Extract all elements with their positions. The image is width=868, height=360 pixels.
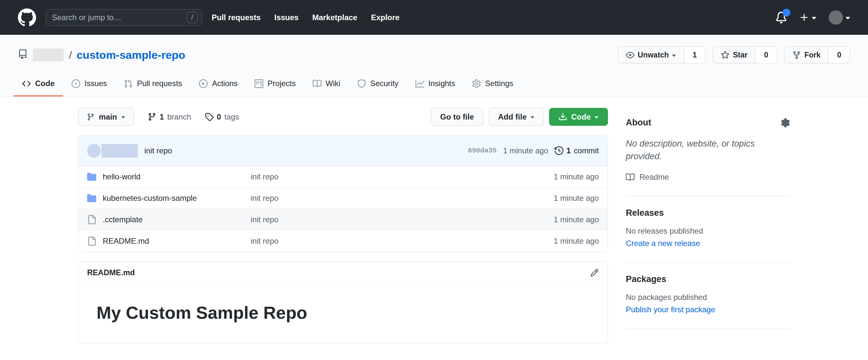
branches-link[interactable]: 1 branch	[148, 112, 191, 122]
repo-header-section: / custom-sample-repo Unwatch 1 Star	[0, 35, 868, 97]
eye-icon	[626, 51, 634, 60]
commit-author-avatar[interactable]	[87, 144, 101, 158]
file-name-link[interactable]: .cctemplate	[103, 215, 251, 224]
table-row[interactable]: README.md init repo 1 minute ago	[79, 230, 608, 252]
file-commit-time: 1 minute ago	[554, 194, 599, 203]
plus-icon	[799, 13, 809, 23]
chevron-down-icon	[812, 17, 816, 20]
tab-actions[interactable]: Actions	[190, 73, 246, 97]
book-icon	[313, 79, 321, 88]
tab-issues[interactable]: Issues	[63, 73, 116, 97]
divider	[626, 328, 790, 329]
readme-link[interactable]: Readme	[626, 172, 790, 182]
watch-count[interactable]: 1	[684, 46, 706, 63]
nav-marketplace[interactable]: Marketplace	[312, 13, 357, 22]
tab-insights[interactable]: Insights	[407, 73, 464, 97]
star-icon	[721, 51, 730, 60]
octocat-icon	[18, 8, 36, 27]
readme-section: README.md My Custom Sample Repo	[78, 262, 608, 344]
tab-pull-requests[interactable]: Pull requests	[116, 73, 190, 97]
releases-section: Releases No releases published Create a …	[626, 196, 790, 248]
tab-security[interactable]: Security	[349, 73, 407, 97]
repo-tabs: Code Issues Pull requests Actions Projec…	[0, 73, 868, 97]
file-commit-message[interactable]: init repo	[251, 172, 554, 181]
repo-icon	[18, 50, 28, 60]
create-new-button[interactable]	[799, 13, 816, 23]
tab-settings[interactable]: Settings	[464, 73, 522, 97]
file-icon	[87, 236, 96, 246]
gear-icon	[472, 79, 481, 88]
main-content: main 1 branch 0 tags Go to file Add file	[78, 97, 790, 344]
releases-title: Releases	[626, 208, 790, 218]
nav-issues[interactable]: Issues	[274, 13, 299, 22]
fork-button[interactable]: Fork	[784, 46, 829, 63]
create-release-link[interactable]: Create a new release	[626, 239, 700, 248]
add-file-button[interactable]: Add file	[489, 108, 544, 126]
file-name-link[interactable]: README.md	[103, 236, 251, 246]
commit-author-redacted[interactable]	[101, 144, 138, 158]
tab-wiki[interactable]: Wiki	[304, 73, 349, 97]
unwatch-button[interactable]: Unwatch	[618, 46, 684, 63]
star-count[interactable]: 0	[755, 46, 777, 63]
tab-projects[interactable]: Projects	[246, 73, 304, 97]
fork-count[interactable]: 0	[829, 46, 850, 63]
commit-hash-link[interactable]: 698da35	[468, 147, 496, 154]
global-nav: Pull requests Issues Marketplace Explore	[212, 13, 400, 22]
chevron-down-icon	[595, 116, 598, 119]
file-commit-message[interactable]: init repo	[251, 194, 554, 203]
publish-package-link[interactable]: Publish your first package	[626, 305, 715, 314]
table-row[interactable]: .cctemplate init repo 1 minute ago	[79, 208, 608, 230]
github-logo[interactable]	[18, 8, 36, 27]
tags-link[interactable]: 0 tags	[205, 112, 239, 122]
branch-select-button[interactable]: main	[78, 108, 134, 126]
file-name-link[interactable]: kubernetes-custom-sample	[103, 194, 251, 203]
file-commit-message[interactable]: init repo	[251, 215, 554, 224]
notification-dot	[782, 9, 790, 17]
fork-icon	[792, 51, 801, 60]
user-menu[interactable]	[829, 10, 850, 25]
gear-icon	[781, 118, 790, 127]
commit-history-link[interactable]: 1 commit	[555, 146, 599, 155]
file-commit-time: 1 minute ago	[554, 236, 599, 246]
shield-icon	[357, 79, 366, 88]
file-navigation: main 1 branch 0 tags Go to file Add file	[78, 108, 608, 126]
edit-readme-button[interactable]	[590, 268, 599, 277]
file-name-link[interactable]: hello-world	[103, 172, 251, 181]
chevron-down-icon	[672, 55, 676, 57]
fork-group: Fork 0	[784, 46, 850, 63]
star-group: Star 0	[713, 46, 777, 63]
readme-heading: My Custom Sample Repo	[97, 302, 589, 323]
project-icon	[254, 79, 263, 88]
star-button[interactable]: Star	[713, 46, 755, 63]
tab-code[interactable]: Code	[14, 73, 63, 97]
code-download-button[interactable]: Code	[549, 108, 608, 126]
search-box[interactable]: /	[46, 9, 202, 26]
file-commit-message[interactable]: init repo	[251, 236, 554, 246]
folder-icon	[87, 172, 96, 181]
git-branch-icon	[148, 112, 156, 121]
repo-owner-redacted[interactable]	[33, 48, 64, 61]
edit-about-button[interactable]	[781, 118, 790, 127]
file-icon	[87, 215, 96, 224]
nav-explore[interactable]: Explore	[371, 13, 400, 22]
repo-actions: Unwatch 1 Star 0 Fork	[618, 46, 850, 63]
releases-empty-text: No releases published	[626, 226, 790, 235]
history-icon	[555, 146, 563, 155]
readme-filename: README.md	[87, 268, 135, 277]
commit-message-link[interactable]: init repo	[144, 146, 172, 155]
table-row[interactable]: kubernetes-custom-sample init repo 1 min…	[79, 187, 608, 208]
notifications-button[interactable]	[775, 12, 787, 23]
github-repo-page: / Pull requests Issues Marketplace Explo…	[0, 0, 868, 360]
go-to-file-button[interactable]: Go to file	[431, 108, 484, 126]
latest-commit-bar: init repo 698da35 1 minute ago 1 commit	[79, 136, 608, 166]
search-input[interactable]	[52, 13, 187, 22]
chevron-down-icon	[845, 17, 850, 20]
git-pull-request-icon	[124, 79, 133, 88]
nav-pull-requests[interactable]: Pull requests	[212, 13, 261, 22]
repo-name-link[interactable]: custom-sample-repo	[76, 49, 185, 61]
tag-icon	[205, 112, 214, 121]
slash-key-hint: /	[187, 12, 198, 23]
packages-empty-text: No packages published	[626, 293, 790, 302]
table-row[interactable]: hello-world init repo 1 minute ago	[79, 166, 608, 187]
download-icon	[559, 112, 567, 121]
